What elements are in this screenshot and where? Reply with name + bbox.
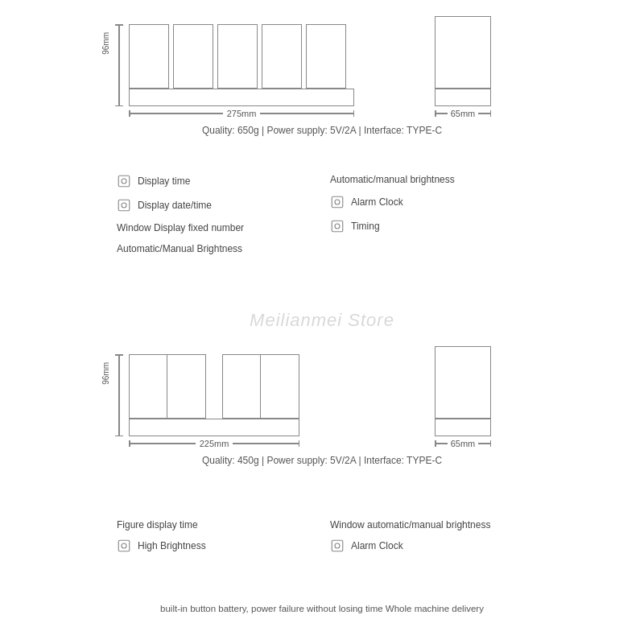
- bottom-side-base: [435, 419, 491, 436]
- dim-line-l: [130, 113, 223, 114]
- timing-icon: [330, 219, 345, 233]
- b-dim-line-l: [130, 443, 196, 444]
- feature-display-date: Display date/time: [117, 193, 330, 217]
- bottom-features-grid: Figure display time High Brightness Wind…: [117, 515, 543, 557]
- top-features-right: Automatic/manual brightness Alarm Clock: [330, 169, 543, 259]
- top-height-label: 96mm: [101, 32, 110, 55]
- clock-icon: [117, 174, 131, 188]
- b-dim-tick-r: [299, 440, 300, 447]
- bottom-side-view: 65mm: [419, 346, 507, 448]
- side-tick-r: [490, 110, 492, 117]
- bottom-digit-blocks: [129, 354, 386, 419]
- display-date-label: Display date/time: [138, 200, 212, 211]
- alarm-icon-2: [330, 539, 345, 553]
- bottom-front-base: [129, 419, 299, 436]
- svg-point-3: [122, 203, 126, 208]
- top-specs: Quality: 650g | Power supply: 5V/2A | In…: [105, 125, 539, 136]
- svg-point-9: [122, 543, 126, 548]
- bottom-diagram: 96mm 225mm: [105, 346, 539, 466]
- top-width-label: 275mm: [223, 109, 261, 118]
- feature-alarm-2: Alarm Clock: [330, 535, 543, 557]
- high-brightness-label: High Brightness: [138, 540, 206, 551]
- window-fixed-label: Window Display fixed number: [117, 222, 244, 233]
- watermark: Meilianmei Store: [0, 310, 644, 331]
- bottom-diagram-row: 96mm 225mm: [105, 346, 539, 448]
- top-features: Display time Display date/time Window Di…: [117, 169, 543, 259]
- top-side-base: [435, 89, 491, 106]
- b-side-line-r: [478, 443, 489, 444]
- page: 96mm 275mm: [0, 0, 644, 644]
- bottom-specs: Quality: 450g | Power supply: 5V/2A | In…: [105, 455, 539, 466]
- alarm-label-2: Alarm Clock: [351, 540, 403, 551]
- b-digit-4: [261, 354, 299, 419]
- dim-tick-r: [353, 110, 355, 117]
- alarm-icon: [330, 195, 345, 209]
- top-diagram: 96mm 275mm: [105, 16, 539, 136]
- svg-rect-2: [118, 200, 130, 211]
- feature-timing: Timing: [330, 214, 543, 238]
- feature-high-brightness: High Brightness: [117, 535, 330, 557]
- dim-line-r: [260, 113, 353, 114]
- timing-label: Timing: [351, 221, 380, 232]
- auto-manual-label: Automatic/manual brightness: [330, 174, 455, 185]
- svg-rect-6: [332, 221, 343, 232]
- bottom-features: Figure display time High Brightness Wind…: [117, 515, 543, 557]
- top-front-view: 96mm 275mm: [105, 24, 386, 118]
- top-front-base: [129, 89, 354, 106]
- bottom-side-top: [435, 346, 491, 419]
- svg-point-11: [335, 543, 340, 548]
- top-width-dim: 275mm: [129, 109, 354, 118]
- bottom-width-dim: 225mm: [129, 439, 299, 448]
- top-side-view: 65mm: [419, 16, 507, 118]
- display-time-label: Display time: [138, 175, 190, 187]
- svg-rect-8: [118, 540, 130, 551]
- side-line-r: [478, 113, 489, 114]
- bottom-height-label: 96mm: [101, 362, 110, 385]
- digit-block-1: [129, 24, 169, 89]
- b-digit-1: [129, 354, 167, 419]
- feature-auto-brightness: Automatic/Manual Brightness: [117, 238, 330, 259]
- side-line-l: [436, 113, 448, 114]
- bottom-width-label: 225mm: [196, 439, 233, 448]
- svg-point-7: [335, 224, 340, 229]
- feature-alarm: Alarm Clock: [330, 190, 543, 214]
- svg-rect-4: [332, 196, 343, 208]
- top-digit-blocks: [129, 24, 386, 89]
- feature-window-fixed: Window Display fixed number: [117, 217, 330, 238]
- feature-auto-manual: Automatic/manual brightness: [330, 169, 543, 190]
- brightness-icon: [117, 539, 131, 553]
- auto-brightness-label: Automatic/Manual Brightness: [117, 243, 242, 254]
- digit-block-4: [262, 24, 302, 89]
- figure-display-label: Figure display time: [117, 519, 198, 530]
- top-side-dim: 65mm: [435, 109, 491, 118]
- alarm-label: Alarm Clock: [351, 196, 403, 208]
- bottom-features-right: Window automatic/manual brightness Alarm…: [330, 515, 543, 557]
- b-digit-2: [167, 354, 206, 419]
- b-digit-3: [222, 354, 261, 419]
- top-features-grid: Display time Display date/time Window Di…: [117, 169, 543, 259]
- svg-rect-10: [332, 540, 343, 551]
- b-arrow-tick-bottom: [115, 436, 123, 437]
- digit-block-3: [217, 24, 258, 89]
- bottom-features-left: Figure display time High Brightness: [117, 515, 330, 557]
- window-auto-label: Window automatic/manual brightness: [330, 519, 490, 530]
- svg-point-5: [335, 200, 340, 204]
- arrow-v-line: [118, 26, 120, 105]
- digit-block-5: [306, 24, 346, 89]
- bottom-note: built-in button battery, power failure w…: [0, 602, 644, 616]
- b-side-tick-r: [490, 440, 492, 447]
- feature-display-time: Display time: [117, 169, 330, 193]
- svg-rect-0: [118, 175, 130, 187]
- b-dim-line-r: [233, 443, 298, 444]
- feature-figure-display: Figure display time: [117, 515, 330, 535]
- top-side-label: 65mm: [448, 109, 479, 118]
- top-height-arrow: 96mm: [113, 24, 126, 106]
- digit-block-2: [173, 24, 213, 89]
- top-side-top: [435, 16, 491, 89]
- feature-window-auto: Window automatic/manual brightness: [330, 515, 543, 535]
- bottom-side-label: 65mm: [448, 439, 479, 448]
- bottom-side-dim: 65mm: [435, 439, 491, 448]
- bottom-front-view: 96mm 225mm: [105, 354, 386, 448]
- top-diagram-row: 96mm 275mm: [105, 16, 539, 118]
- bottom-height-arrow: 96mm: [113, 354, 126, 436]
